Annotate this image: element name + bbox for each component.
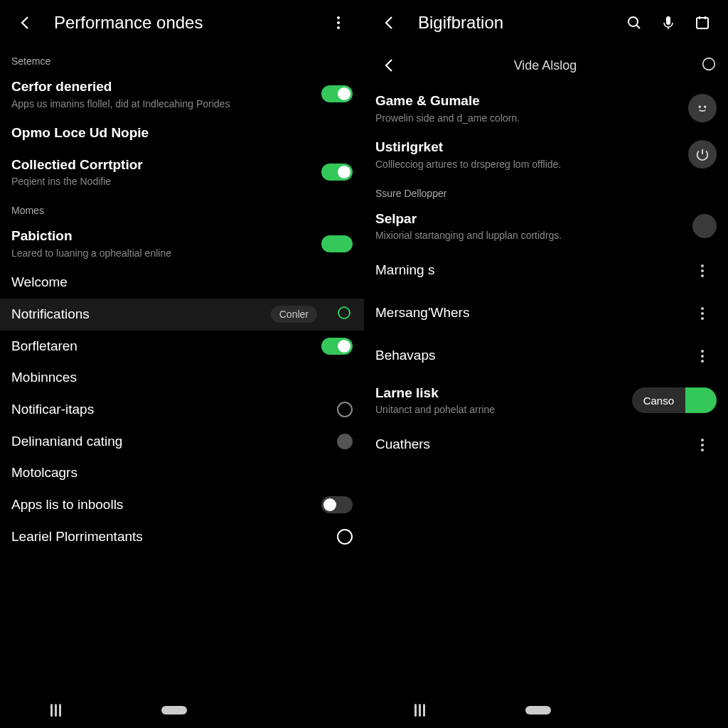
item-title: Selpar <box>375 210 684 228</box>
item-apps-lis[interactable]: Apps lis to inboolls <box>0 489 364 521</box>
item-title: Delinaniand cating <box>11 433 328 451</box>
item-title: Cuathers <box>375 436 680 454</box>
item-sub: Colllecciog artures to drspereg lom offl… <box>375 158 680 171</box>
pill-split-canso[interactable]: Canso <box>632 387 717 413</box>
sub-back-button[interactable] <box>375 51 404 80</box>
subbar: Vide Alslog <box>364 46 728 85</box>
item-notifications[interactable]: Notrifications Conler <box>0 299 364 331</box>
item-pabiction[interactable]: Pabiction Leared to luaning a ophealtial… <box>0 220 364 267</box>
item-leariei[interactable]: Leariel Plorrimentants <box>0 521 364 553</box>
svg-rect-4 <box>666 16 670 25</box>
search-icon[interactable] <box>620 9 648 37</box>
back-button[interactable] <box>11 9 40 37</box>
section-header: Setemce <box>0 46 364 71</box>
appbar-right: Bigifbration <box>364 0 728 46</box>
item-title: Notrifications <box>11 306 262 323</box>
face-icon[interactable] <box>688 94 717 122</box>
dot-icon[interactable] <box>692 214 717 238</box>
item-cerfor[interactable]: Cerfor deneried Apps us imanins flollel,… <box>0 71 364 117</box>
item-title: Notificar-itaps <box>11 401 328 419</box>
item-title: Opmo Loce Ud Nopie <box>11 124 353 142</box>
item-title: Mobinnces <box>11 369 353 387</box>
page-title-right: Bigifbration <box>418 13 620 33</box>
nav-home-icon[interactable] <box>161 706 187 714</box>
item-title: Marning s <box>375 262 680 279</box>
sub-circle-icon[interactable] <box>701 56 717 75</box>
item-ustirgrket[interactable]: Ustirlgrket Colllecciog artures to drspe… <box>364 132 728 178</box>
pill-accent <box>685 387 717 413</box>
kebab-icon[interactable] <box>688 299 717 328</box>
calendar-icon[interactable] <box>688 9 717 37</box>
item-sub: Peqient ins the Nodifie <box>11 175 313 188</box>
pill-label: Canso <box>632 387 685 413</box>
item-game-gumale[interactable]: Game & Gumale Prowelin side and d_ame co… <box>364 85 728 132</box>
item-sub: Mixiorial startanging and lupplan cortid… <box>375 229 684 242</box>
item-larne[interactable]: Larne lisk Unitanct and pohelat arrine C… <box>364 378 728 424</box>
svg-point-6 <box>703 58 715 70</box>
page-title-left: Performance ondes <box>54 13 324 33</box>
pill-conler: Conler <box>271 306 317 323</box>
back-button[interactable] <box>375 9 404 37</box>
svg-point-1 <box>337 21 340 24</box>
item-title: Apps lis to inboolls <box>11 496 313 514</box>
toggle-apps-lis[interactable] <box>321 496 353 513</box>
svg-rect-5 <box>697 18 708 28</box>
right-screen: Bigifbration Vide Alslog Game & Gumale P <box>364 0 728 728</box>
item-borfletaren[interactable]: Borfletaren <box>0 331 364 363</box>
appbar-left: Performance ondes <box>0 0 364 46</box>
item-title: Collectied Corrtptior <box>11 156 313 174</box>
kebab-icon[interactable] <box>688 257 717 285</box>
item-mersang[interactable]: Mersang'Whers <box>364 292 728 335</box>
kebab-icon[interactable] <box>688 342 717 370</box>
item-sub: Apps us imanins flollel, did at Indlecah… <box>11 97 313 110</box>
content-left: Setemce Cerfor deneried Apps us imanins … <box>0 46 364 728</box>
nav-recent-icon[interactable] <box>50 704 61 717</box>
item-title: Ustirlgrket <box>375 139 680 156</box>
item-mobinnces[interactable]: Mobinnces <box>0 362 364 394</box>
radio-notificar[interactable] <box>337 402 353 417</box>
radio-leariei[interactable] <box>337 529 353 545</box>
item-collected[interactable]: Collectied Corrtptior Peqient ins the No… <box>0 149 364 196</box>
item-notificar-itaps[interactable]: Notificar-itaps <box>0 394 364 426</box>
toggle-notifications[interactable] <box>321 306 353 323</box>
item-title: Motolcagrs <box>11 464 353 482</box>
toggle-borfletaren[interactable] <box>321 338 353 355</box>
section-header: Ssure Dellopper <box>364 178 728 203</box>
svg-point-0 <box>337 16 340 19</box>
item-selpar[interactable]: Selpar Mixiorial startanging and lupplan… <box>364 203 728 250</box>
toggle-pabiction[interactable] <box>321 235 353 252</box>
item-title: Game & Gumale <box>375 92 680 110</box>
nav-recent-icon[interactable] <box>414 704 425 717</box>
svg-point-8 <box>705 107 706 108</box>
toggle-cerfor[interactable] <box>321 85 353 102</box>
content-right: Game & Gumale Prowelin side and d_ame co… <box>364 85 728 728</box>
overflow-menu-left[interactable] <box>324 9 353 37</box>
item-title: Behavaps <box>375 347 680 365</box>
item-title: Pabiction <box>11 228 313 245</box>
item-welcome[interactable]: Welcome <box>0 267 364 299</box>
kebab-icon[interactable] <box>688 431 717 459</box>
nav-home-icon[interactable] <box>525 706 551 714</box>
item-motolcagrs[interactable]: Motolcagrs <box>0 457 364 489</box>
item-title: Borfletaren <box>11 338 313 355</box>
item-title: Cerfor deneried <box>11 78 313 96</box>
radio-delinand[interactable] <box>337 434 353 449</box>
svg-point-3 <box>628 17 638 26</box>
item-marning[interactable]: Marning s <box>364 250 728 292</box>
section-header: Momes <box>0 195 364 220</box>
power-icon[interactable] <box>688 140 717 168</box>
item-sub: Unitanct and pohelat arrine <box>375 403 623 416</box>
item-sub: Leared to luaning a ophealtial enline <box>11 247 313 259</box>
item-opmo[interactable]: Opmo Loce Ud Nopie <box>0 117 364 149</box>
item-title: Larne lisk <box>375 385 623 402</box>
item-title: Welcome <box>11 274 353 291</box>
toggle-collected[interactable] <box>321 164 353 181</box>
mic-icon[interactable] <box>654 9 682 37</box>
item-sub: Prowelin side and d_ame colorn. <box>375 112 680 124</box>
svg-point-7 <box>699 107 700 108</box>
item-cuathers[interactable]: Cuathers <box>364 424 728 466</box>
left-screen: Performance ondes Setemce Cerfor denerie… <box>0 0 364 728</box>
item-behavaps[interactable]: Behavaps <box>364 335 728 378</box>
svg-point-2 <box>337 26 340 29</box>
item-delinand[interactable]: Delinaniand cating <box>0 426 364 458</box>
